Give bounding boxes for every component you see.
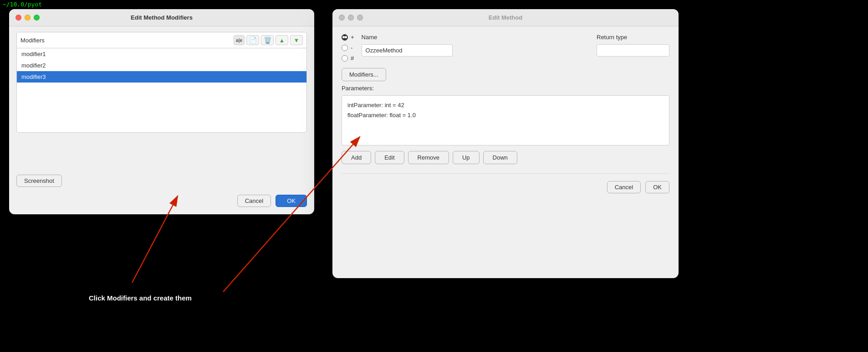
modifiers-list: modifier1 modifier2 modifier3	[16, 48, 307, 133]
radio-row-hash: #	[342, 55, 354, 62]
method-name-input[interactable]	[362, 44, 453, 57]
new-toolbar-btn[interactable]: 📄	[246, 35, 259, 45]
left-ok-button[interactable]: OK	[276, 195, 307, 207]
parameters-list: intParameter: int = 42 floatParameter: f…	[342, 95, 669, 145]
name-field-label: Name	[362, 34, 587, 41]
up-toolbar-btn[interactable]: ▲	[276, 35, 288, 45]
maximize-button-left[interactable]	[34, 15, 40, 21]
return-type-input[interactable]	[597, 44, 669, 57]
radio-minus[interactable]	[342, 45, 348, 51]
modifiers-toolbar: Modifiers a|e 📄 🗑️ ▲ ▼	[16, 32, 307, 48]
right-cancel-button[interactable]: Cancel	[607, 181, 641, 193]
delete-icon: 🗑️	[264, 36, 271, 44]
delete-toolbar-btn[interactable]: 🗑️	[261, 35, 274, 45]
right-ok-button[interactable]: OK	[645, 181, 669, 193]
close-button-right[interactable]	[339, 15, 345, 21]
toolbar-buttons: a|e 📄 🗑️ ▲ ▼	[234, 35, 303, 45]
radio-hash[interactable]	[342, 55, 348, 62]
annotation-text: Click Modifiers and create them	[89, 294, 192, 302]
traffic-lights-left	[15, 15, 40, 21]
minimize-button-left[interactable]	[25, 15, 31, 21]
remove-param-button[interactable]: Remove	[408, 151, 449, 164]
right-dialog-buttons: Cancel OK	[342, 173, 669, 193]
param-action-buttons: Add Edit Remove Up Down	[342, 151, 669, 164]
left-cancel-button[interactable]: Cancel	[237, 195, 271, 207]
left-window-title: Edit Method Modifiers	[131, 14, 193, 21]
modifiers-label: Modifiers	[20, 37, 234, 44]
method-header-row: + - # Name Return type	[342, 34, 669, 62]
name-field-group: Name	[362, 34, 587, 57]
left-window-content: Modifiers a|e 📄 🗑️ ▲ ▼ modifier1 mod	[9, 26, 314, 138]
close-button-left[interactable]	[15, 15, 21, 21]
screenshot-button[interactable]: Screenshot	[16, 175, 62, 187]
radio-plus[interactable]	[342, 34, 348, 41]
access-radio-group: + - #	[342, 34, 354, 62]
up-arrow-icon: ▲	[279, 37, 285, 44]
titlebar-right: Edit Method	[332, 9, 679, 26]
terminal-text: ~/10.0/pyot	[0, 0, 45, 9]
radio-plus-label: +	[351, 34, 354, 41]
maximize-button-right[interactable]	[357, 15, 363, 21]
edit-param-button[interactable]: Edit	[375, 151, 404, 164]
traffic-lights-right	[339, 15, 363, 21]
param-item-1[interactable]: intParameter: int = 42	[347, 100, 664, 110]
right-window-title: Edit Method	[489, 14, 522, 21]
down-arrow-icon: ▼	[294, 37, 300, 44]
new-icon: 📄	[249, 36, 257, 44]
down-toolbar-btn[interactable]: ▼	[290, 35, 303, 45]
screenshot-btn-wrap: Screenshot	[16, 175, 62, 187]
radio-minus-label: -	[351, 44, 352, 51]
modifier-item-3[interactable]: modifier3	[17, 71, 306, 83]
minimize-button-right[interactable]	[348, 15, 354, 21]
up-param-button[interactable]: Up	[453, 151, 480, 164]
return-type-group: Return type	[597, 34, 669, 57]
modifier-item-1[interactable]: modifier1	[17, 48, 306, 60]
radio-row-minus: -	[342, 44, 354, 51]
left-bottom-buttons: Cancel OK	[237, 195, 307, 207]
return-type-label: Return type	[597, 34, 669, 41]
edit-method-modifiers-window: Edit Method Modifiers Modifiers a|e 📄 🗑️…	[9, 9, 314, 214]
modifiers-button[interactable]: Modifiers...	[342, 68, 386, 81]
radio-hash-label: #	[351, 55, 354, 62]
edit-method-window: Edit Method + - #	[332, 9, 679, 278]
down-param-button[interactable]: Down	[483, 151, 517, 164]
right-window-content: + - # Name Return type	[332, 26, 679, 201]
radio-row-plus: +	[342, 34, 354, 41]
titlebar-left: Edit Method Modifiers	[9, 9, 314, 26]
modifier-item-2[interactable]: modifier2	[17, 60, 306, 71]
add-param-button[interactable]: Add	[342, 151, 371, 164]
param-item-2[interactable]: floatParameter: float = 1.0	[347, 110, 664, 120]
parameters-label: Parameters:	[342, 85, 669, 92]
rename-toolbar-btn[interactable]: a|e	[234, 35, 245, 45]
